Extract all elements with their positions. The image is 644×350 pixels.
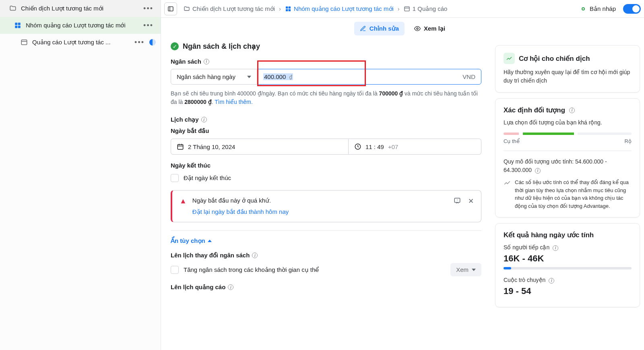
crumb-adset[interactable]: Nhóm quảng cáo Lượt tương tác mới	[283, 4, 395, 14]
audience-size: Quy mô đối tượng ước tính: 54.600.000 - …	[504, 157, 632, 174]
more-icon[interactable]: •••	[141, 4, 156, 13]
info-icon[interactable]: i	[228, 284, 233, 290]
svg-rect-2	[15, 26, 17, 28]
svg-rect-12	[178, 145, 183, 149]
budget-amount-input[interactable]: 400.000 ₫	[263, 73, 293, 80]
svg-rect-3	[18, 26, 21, 28]
svg-rect-0	[15, 23, 17, 25]
alert-title: Ngày bắt đầu này ở quá khứ.	[192, 197, 448, 204]
crumb-label: 1 Quảng cáo	[413, 5, 448, 12]
form-column: ✓ Ngân sách & lịch chạy Ngân sách i Ngân…	[161, 39, 491, 350]
breadcrumb-bar: Chiến dịch Lượt tương tác mới › Nhóm quả…	[161, 0, 644, 18]
budget-type-select[interactable]: Ngân sách hàng ngày	[171, 69, 257, 85]
schedule-budget-change-label: Lên lịch thay đổi ngân sách i	[171, 252, 481, 259]
ad-icon	[20, 38, 28, 46]
check-icon: ✓	[171, 42, 179, 50]
convo-value: 19 - 54	[504, 286, 632, 296]
more-icon[interactable]: •••	[132, 38, 147, 47]
chevron-down-icon	[247, 76, 251, 78]
more-icon[interactable]: •••	[141, 21, 156, 30]
tree-item-adset[interactable]: Nhóm quảng cáo Lượt tương tác mới •••	[0, 17, 161, 34]
info-icon[interactable]: i	[201, 117, 207, 122]
opportunity-icon	[504, 53, 515, 64]
tab-review[interactable]: Xem lại	[409, 22, 451, 35]
start-date-label: Ngày bắt đầu	[171, 127, 481, 135]
svg-rect-10	[405, 6, 409, 11]
folder-icon	[9, 4, 17, 12]
status-half-icon	[149, 39, 156, 46]
daily-results-card: Kết quả hàng ngày ước tính Số người tiếp…	[495, 223, 640, 307]
crumb-label: Chiến dịch Lượt tương tác mới	[192, 5, 275, 12]
campaign-tree: Chiến dịch Lượt tương tác mới ••• Nhóm q…	[0, 0, 161, 350]
tab-label: Chỉnh sửa	[369, 25, 399, 32]
card-title: Cơ hội cho chiến dịch	[519, 54, 590, 63]
crumb-campaign[interactable]: Chiến dịch Lượt tương tác mới	[182, 4, 277, 14]
end-date-label: Ngày kết thúc	[171, 162, 481, 169]
start-time-input[interactable]: 11 : 49 +07	[349, 139, 481, 155]
range-label-specific: Cụ thể	[504, 138, 520, 144]
increase-budget-checkbox[interactable]	[171, 266, 179, 274]
panel-toggle-button[interactable]	[164, 2, 177, 15]
trend-icon	[504, 179, 511, 186]
tree-label: Chiến dịch Lượt tương tác mới	[21, 5, 141, 12]
card-title: Kết quả hàng ngày ước tính	[504, 231, 632, 239]
audience-card: Xác định đối tượng i Lựa chọn đối tượng …	[495, 98, 640, 217]
chevron-right-icon: ›	[398, 5, 400, 12]
status-label: Bản nháp	[590, 5, 616, 12]
svg-rect-7	[289, 6, 291, 8]
chevron-right-icon: ›	[279, 5, 281, 12]
schedule-ads-label: Lên lịch quảng cáo i	[171, 284, 481, 291]
tab-label: Xem lại	[424, 25, 445, 32]
svg-rect-8	[286, 9, 288, 11]
hide-options-toggle[interactable]: Ẩn tùy chọn	[171, 237, 212, 244]
card-text: Hãy thường xuyên quay lại để tìm cơ hội …	[504, 68, 632, 85]
select-value: Ngân sách hàng ngày	[177, 73, 235, 80]
info-icon[interactable]: i	[549, 278, 554, 284]
svg-rect-6	[286, 6, 288, 8]
info-icon[interactable]: i	[252, 253, 258, 258]
clock-icon	[354, 143, 361, 150]
reset-date-link[interactable]: Đặt lại ngày bắt đầu thành hôm nay	[192, 208, 289, 215]
info-icon[interactable]: i	[553, 245, 558, 251]
info-icon[interactable]: i	[535, 168, 541, 174]
crumb-label: Nhóm quảng cáo Lượt tương tác mới	[294, 5, 394, 12]
section-budget-schedule: ✓ Ngân sách & lịch chạy	[171, 42, 481, 51]
budget-amount-wrap: 400.000 ₫ VND	[257, 69, 481, 85]
tab-edit[interactable]: Chỉnh sửa	[354, 22, 405, 35]
reach-value: 16K - 46K	[504, 253, 632, 264]
grid-icon	[14, 21, 22, 29]
view-button[interactable]: Xem	[450, 263, 481, 276]
tree-item-campaign[interactable]: Chiến dịch Lượt tương tác mới •••	[0, 0, 161, 17]
tree-item-ad[interactable]: Quảng cáo Lượt tương tác ... •••	[0, 34, 161, 51]
reach-label: Số người tiếp cận	[504, 244, 549, 251]
audience-range-bar	[504, 133, 632, 135]
start-date-input[interactable]: 2 Tháng 10, 2024	[171, 139, 349, 155]
chevron-up-icon	[208, 240, 212, 242]
warning-icon: ▲	[180, 197, 187, 215]
crumb-ad[interactable]: 1 Quảng cáo	[402, 4, 449, 14]
range-label-broad: Rộ	[625, 138, 632, 144]
edit-review-tabs: Chỉnh sửa Xem lại	[161, 18, 644, 39]
info-icon[interactable]: i	[204, 59, 209, 64]
schedule-label: Lịch chạy i	[171, 116, 481, 123]
divider	[171, 230, 481, 231]
status-dot-icon	[582, 7, 585, 10]
close-icon[interactable]: ✕	[468, 197, 474, 215]
convo-label: Cuộc trò chuyện	[504, 277, 545, 283]
checkbox-label: Tăng ngân sách trong các khoảng thời gia…	[184, 266, 446, 273]
chevron-down-icon	[472, 269, 476, 271]
audience-text: Lựa chọn đối tượng của bạn khá rộng.	[504, 118, 632, 127]
audience-note: Các số liệu ước tính có thể thay đổi đán…	[515, 178, 632, 210]
budget-label: Ngân sách i	[171, 58, 481, 65]
learn-more-link[interactable]: Tìm hiểu thêm.	[215, 99, 253, 105]
info-icon[interactable]: i	[569, 108, 575, 113]
date-value: 2 Tháng 10, 2024	[188, 143, 235, 150]
currency-label: VND	[462, 73, 475, 80]
calendar-icon	[177, 143, 184, 150]
svg-point-11	[417, 28, 418, 29]
end-date-checkbox[interactable]	[171, 174, 179, 182]
campaign-toggle[interactable]	[623, 4, 641, 14]
card-title: Xác định đối tượng	[504, 106, 565, 114]
feedback-icon[interactable]	[454, 197, 461, 215]
svg-rect-1	[18, 23, 21, 25]
